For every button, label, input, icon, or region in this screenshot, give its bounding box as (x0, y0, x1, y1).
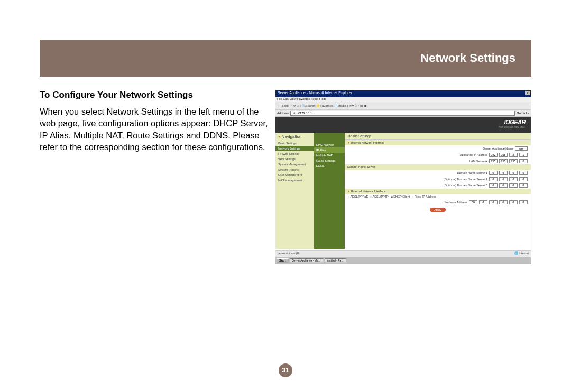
nav-vpn-settings[interactable]: VPN Settings (275, 156, 314, 162)
appliance-name-input[interactable] (515, 146, 528, 151)
dns2-4[interactable] (519, 177, 528, 181)
internal-interface-header: Internal Network Interface (345, 140, 531, 145)
ip-octet-4[interactable] (519, 153, 528, 157)
lan-netmask-row: LAN Netmask (345, 158, 531, 164)
menu-bar[interactable]: File Edit View Favorites Tools Help (275, 97, 531, 102)
submenu-ddns[interactable]: DDNS (314, 163, 345, 169)
nav-system-management[interactable]: System Management (275, 162, 314, 167)
appliance-ip-row: Appliance IP Address (345, 152, 531, 158)
apply-button[interactable]: Apply (430, 208, 446, 212)
window-title-text: Server Appliance - Microsoft Internet Ex… (278, 91, 352, 95)
status-left: javascript:void(0); (278, 251, 300, 256)
embedded-screenshot: Server Appliance - Microsoft Internet Ex… (275, 90, 531, 264)
dns2-1[interactable] (489, 177, 498, 181)
nav-nas-management[interactable]: NAS Management (275, 178, 314, 183)
windows-taskbar: Start Server Appliance - Mic... untitled… (275, 257, 531, 264)
netmask-3[interactable] (509, 159, 518, 163)
hw-1[interactable] (469, 200, 477, 204)
submenu-ip-alias[interactable]: IP Alias (314, 147, 345, 153)
dns2-row: (Optional) Domain Name Server 2 (345, 176, 531, 182)
go-links[interactable]: Go Links (517, 111, 529, 115)
content-area: To Configure Your Network Settings When … (40, 90, 531, 264)
side-nav: Navigation Basic Settings Network Settin… (275, 133, 314, 249)
brand-band: IOGEAR New Desktop. New Style. (275, 117, 531, 133)
dns1-4[interactable] (519, 171, 528, 175)
appliance-name-label: Server Appliance Name (483, 147, 513, 150)
hw-label: Hardware Address (444, 201, 467, 204)
radio-adsl-pppoe[interactable]: ADSL/PPPoE (348, 195, 368, 198)
address-label: Address (277, 111, 289, 115)
hw-6[interactable] (519, 200, 528, 204)
header-band: Network Settings (40, 40, 531, 77)
netmask-1[interactable] (489, 159, 498, 163)
nav-user-management[interactable]: User Management (275, 172, 314, 178)
dns1-3[interactable] (509, 171, 518, 175)
hw-3[interactable] (489, 200, 498, 204)
nav-header: Navigation (275, 133, 314, 141)
dns3-row: (Optional) Domain Name Server 3 (345, 182, 531, 189)
taskbar-item-browser[interactable]: Server Appliance - Mic... (290, 258, 324, 263)
start-button[interactable]: Start (277, 258, 289, 263)
appliance-name-row: Server Appliance Name (345, 145, 531, 152)
radio-adsl-pptp[interactable]: ADSL/PPTP (370, 195, 389, 198)
dns1-label: Domain Name Server 1 (457, 171, 487, 174)
network-submenu: DHCP Server IP Alias Multiple NAT Route … (314, 133, 345, 249)
dns1-2[interactable] (499, 171, 508, 175)
dns3-4[interactable] (519, 183, 528, 188)
nav-basic-settings[interactable]: Basic Settings (275, 141, 314, 146)
window-titlebar: Server Appliance - Microsoft Internet Ex… (275, 90, 531, 97)
nav-firewall-settings[interactable]: Firewall Settings (275, 151, 314, 156)
dns3-3[interactable] (509, 183, 518, 188)
dns1-1[interactable] (489, 171, 498, 175)
section-heading: To Configure Your Network Settings (40, 90, 270, 100)
hw-5[interactable] (509, 200, 518, 204)
radio-fixed-ip[interactable]: Fixed IP Address (412, 195, 436, 198)
address-bar: Address Go Links (275, 110, 531, 117)
browser-toolbar[interactable]: ← Back → ⟳ ⌂ | 🔍Search ⭐Favorites 📃Media… (275, 102, 531, 110)
browser-statusbar: javascript:void(0); 🌐 Internet (275, 250, 531, 257)
text-column: To Configure Your Network Settings When … (40, 90, 275, 264)
radio-dhcp-client[interactable]: DHCP Client (391, 195, 410, 198)
ip-octet-2[interactable] (499, 153, 508, 157)
brand-tagline: New Desktop. New Style. (499, 126, 526, 128)
netmask-2[interactable] (499, 159, 508, 163)
main-panel: Basic Settings Internal Network Interfac… (345, 133, 531, 249)
dns3-2[interactable] (499, 183, 508, 188)
dns2-label: (Optional) Domain Name Server 2 (444, 178, 487, 181)
section-body: When you select Network Settings in the … (40, 106, 270, 153)
hw-4[interactable] (499, 200, 508, 204)
submenu-dhcp[interactable]: DHCP Server (314, 142, 345, 147)
nav-network-settings[interactable]: Network Settings (275, 146, 314, 151)
page-number: 31 (279, 363, 292, 377)
hardware-address-row: Hardware Address (345, 199, 531, 206)
dns2-2[interactable] (499, 177, 508, 181)
external-interface-header: External Network Interface (345, 189, 531, 194)
submenu-multiple-nat[interactable]: Multiple NAT (314, 153, 345, 158)
lan-netmask-label: LAN Netmask (469, 160, 487, 163)
dns-header: Domain Name Server (345, 164, 531, 170)
app-body: Navigation Basic Settings Network Settin… (275, 133, 531, 249)
dns3-label: (Optional) Domain Name Server 3 (444, 184, 487, 187)
appliance-ip-label: Appliance IP Address (460, 153, 487, 156)
netmask-4[interactable] (519, 159, 528, 163)
dns3-1[interactable] (489, 183, 498, 188)
ip-octet-3[interactable] (509, 153, 518, 157)
dns2-3[interactable] (509, 177, 518, 181)
address-input[interactable] (290, 111, 515, 116)
dns1-row: Domain Name Server 1 (345, 170, 531, 176)
close-icon[interactable]: × (525, 91, 530, 95)
status-right: 🌐 Internet (514, 251, 529, 256)
brand-logo: IOGEAR (504, 119, 526, 125)
taskbar-item-paint[interactable]: untitled - Pa... (325, 258, 346, 263)
hw-2[interactable] (479, 200, 487, 204)
nav-system-reports[interactable]: System Reports (275, 167, 314, 172)
submenu-route-settings[interactable]: Route Settings (314, 158, 345, 163)
panel-tab-basic[interactable]: Basic Settings (345, 133, 531, 140)
connection-type-row: ADSL/PPPoE ADSL/PPTP DHCP Client Fixed I… (345, 194, 531, 199)
ip-octet-1[interactable] (489, 153, 498, 157)
page-title: Network Settings (420, 51, 515, 65)
